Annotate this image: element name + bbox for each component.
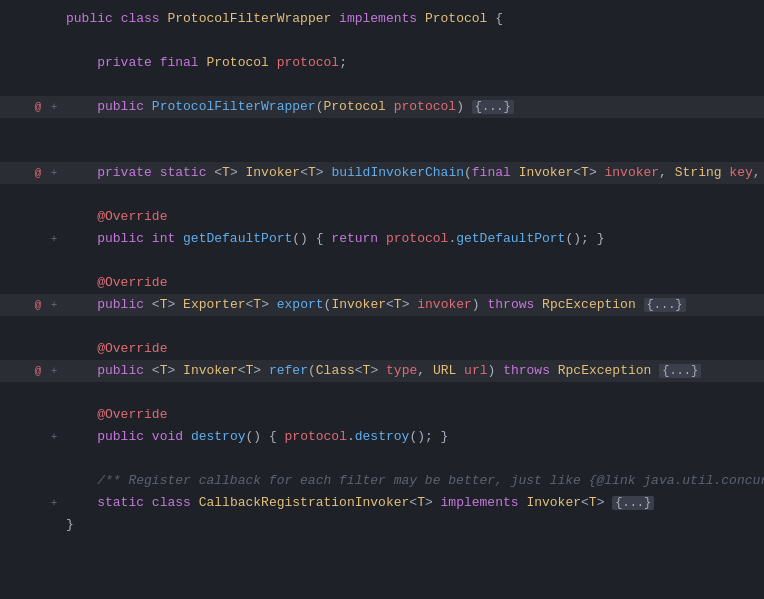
change-marker: @ <box>30 299 46 311</box>
code-line: @Override <box>0 404 764 426</box>
code-line: + public int getDefaultPort() { return p… <box>0 228 764 250</box>
code-line <box>0 250 764 272</box>
code-text: /** Register callback for each filter ma… <box>62 470 764 492</box>
code-text: public void destroy() { protocol.destroy… <box>62 426 764 448</box>
change-marker: @ <box>30 101 46 113</box>
code-line <box>0 382 764 404</box>
code-line: + public void destroy() { protocol.destr… <box>0 426 764 448</box>
code-line: @Override <box>0 272 764 294</box>
change-marker: @ <box>30 365 46 377</box>
code-line <box>0 316 764 338</box>
code-line: private final Protocol protocol; <box>0 52 764 74</box>
code-text: @Override <box>62 206 764 228</box>
code-line <box>0 74 764 96</box>
code-text: private final Protocol protocol; <box>62 52 764 74</box>
code-text <box>62 74 764 96</box>
code-text: @Override <box>62 404 764 426</box>
code-text <box>62 140 764 162</box>
code-text <box>62 382 764 404</box>
fold-toggle: + <box>46 167 62 179</box>
code-text: public int getDefaultPort() { return pro… <box>62 228 764 250</box>
code-line: /** Register callback for each filter ma… <box>0 470 764 492</box>
code-text <box>62 30 764 52</box>
code-line <box>0 118 764 140</box>
code-text: public <T> Invoker<T> refer(Class<T> typ… <box>62 360 764 382</box>
code-line: public class ProtocolFilterWrapper imple… <box>0 8 764 30</box>
code-text: @Override <box>62 272 764 294</box>
code-line: @ + public <T> Invoker<T> refer(Class<T>… <box>0 360 764 382</box>
code-text: public <T> Exporter<T> export(Invoker<T>… <box>62 294 764 316</box>
fold-toggle: + <box>46 233 62 245</box>
code-text <box>62 118 764 140</box>
code-text: public ProtocolFilterWrapper(Protocol pr… <box>62 96 764 118</box>
fold-toggle: + <box>46 101 62 113</box>
code-text <box>62 448 764 470</box>
code-text: } <box>62 514 764 536</box>
code-line: @Override <box>0 338 764 360</box>
change-marker: @ <box>30 167 46 179</box>
fold-toggle: + <box>46 431 62 443</box>
code-line: + static class CallbackRegistrationInvok… <box>0 492 764 514</box>
code-editor: public class ProtocolFilterWrapper imple… <box>0 0 764 599</box>
code-text <box>62 316 764 338</box>
code-line <box>0 30 764 52</box>
code-line: } <box>0 514 764 536</box>
code-text <box>62 250 764 272</box>
code-line: @Override <box>0 206 764 228</box>
fold-toggle: + <box>46 497 62 509</box>
code-text <box>62 184 764 206</box>
fold-toggle: + <box>46 299 62 311</box>
code-line: @ + public ProtocolFilterWrapper(Protoco… <box>0 96 764 118</box>
code-line <box>0 140 764 162</box>
code-line <box>0 448 764 470</box>
code-text: static class CallbackRegistrationInvoker… <box>62 492 764 514</box>
code-line: @ + private static <T> Invoker<T> buildI… <box>0 162 764 184</box>
code-text: @Override <box>62 338 764 360</box>
code-text: private static <T> Invoker<T> buildInvok… <box>62 162 764 184</box>
code-line <box>0 184 764 206</box>
fold-toggle: + <box>46 365 62 377</box>
code-text: public class ProtocolFilterWrapper imple… <box>62 8 764 30</box>
code-line: @ + public <T> Exporter<T> export(Invoke… <box>0 294 764 316</box>
